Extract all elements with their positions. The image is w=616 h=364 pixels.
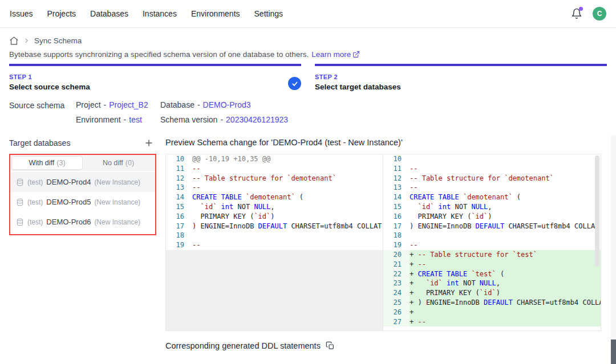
diff-filler xyxy=(166,250,383,330)
project-link[interactable]: Project_B2 xyxy=(109,100,148,109)
step-1[interactable]: STEP 1 Select source schema xyxy=(9,64,301,91)
learn-more-link[interactable]: Learn more xyxy=(311,50,360,59)
line-number: 13 xyxy=(383,183,410,193)
database-link[interactable]: DEMO-Prod3 xyxy=(203,100,251,109)
avatar[interactable]: C xyxy=(593,7,606,21)
code-text: CREATE TABLE `demotenant` ( xyxy=(192,193,383,202)
diff-line: 19-- xyxy=(383,240,601,250)
add-target-database-button[interactable] xyxy=(143,137,155,149)
code-text: + -- Table structure for `test` xyxy=(410,250,601,260)
diff-line: 16 PRIMARY KEY (`id`) xyxy=(166,212,383,222)
preview-title: Preview Schema change for 'DEMO-Prod4 (t… xyxy=(165,136,601,154)
top-nav: IssuesProjectsDatabasesInstancesEnvironm… xyxy=(0,0,616,28)
code-text: -- xyxy=(410,240,601,250)
copy-icon xyxy=(326,341,335,350)
line-number: 25 xyxy=(383,298,410,308)
line-number: 17 xyxy=(383,222,410,231)
breadcrumb-page: Sync Schema xyxy=(34,36,82,45)
line-number: 19 xyxy=(166,240,192,250)
source-schema-fields: Project-Project_B2 Database-DEMO-Prod3 E… xyxy=(76,100,288,124)
tab-with-diff[interactable]: With diff (3) xyxy=(11,156,83,170)
target-db-item[interactable]: (test)DEMO-Prod5(New Instance) xyxy=(10,192,155,212)
field-schema-version-label: Schema version xyxy=(160,115,217,124)
code-text: + ) ENGINE=InnoDB DEFAULT CHARSET=utf8mb… xyxy=(410,298,601,308)
diff-filter-tabs: With diff (3) No diff (0) xyxy=(10,155,155,171)
field-database-label: Database xyxy=(160,100,194,109)
code-text: ) ENGINE=InnoDB DEFAULT CHARSET=utf8mb4 … xyxy=(192,222,383,231)
nav-item-environments[interactable]: Environments xyxy=(191,9,240,18)
line-number: 14 xyxy=(166,193,192,202)
home-icon[interactable] xyxy=(9,36,19,46)
step-2[interactable]: STEP 2 Select target databases xyxy=(315,64,607,91)
step-2-label: STEP 2 xyxy=(315,73,607,80)
code-text xyxy=(410,231,601,240)
tab-no-diff-label: No diff xyxy=(103,159,123,167)
diff-pane-left: 10@@ -10,19 +10,35 @@11--12-- Table stru… xyxy=(166,154,383,330)
schema-version-link[interactable]: 20230426121923 xyxy=(226,115,288,124)
learn-more-label: Learn more xyxy=(311,50,351,59)
ddl-title: Corresponding generated DDL statements xyxy=(165,341,321,350)
line-number: 18 xyxy=(383,231,410,240)
diff-editor-scrollbar[interactable] xyxy=(594,154,601,330)
nav-item-instances[interactable]: Instances xyxy=(143,9,177,18)
db-name: DEMO-Prod4 xyxy=(46,178,91,186)
db-note: (New Instance) xyxy=(94,178,140,186)
code-text: PRIMARY KEY (`id`) xyxy=(410,212,601,222)
diff-line: 16 PRIMARY KEY (`id`) xyxy=(383,212,601,222)
code-text: -- xyxy=(410,183,601,193)
avatar-letter: C xyxy=(597,10,602,18)
diff-line: 10 xyxy=(383,154,601,164)
target-databases-title: Target databases xyxy=(9,138,70,148)
nav-item-settings[interactable]: Settings xyxy=(254,9,283,18)
line-number: 24 xyxy=(383,288,410,298)
line-number: 10 xyxy=(166,154,192,164)
line-number: 12 xyxy=(166,174,192,183)
diff-line: 12-- Table structure for `demotenant` xyxy=(383,174,601,183)
intro: Bytebase supports synchronizing a specif… xyxy=(0,46,616,64)
diff-line: 18 xyxy=(166,231,383,240)
copy-button[interactable] xyxy=(326,341,335,350)
diff-line: 15 `id` int NOT NULL, xyxy=(383,202,601,212)
plus-icon xyxy=(144,138,153,148)
environment-link[interactable]: test xyxy=(129,115,142,124)
tab-no-diff[interactable]: No diff (0) xyxy=(83,156,154,170)
target-databases-highlight-box: With diff (3) No diff (0) (test)DEMO-Pro… xyxy=(9,154,156,235)
diff-line: 12-- Table structure for `demotenant` xyxy=(166,174,383,183)
code-text xyxy=(410,154,601,164)
nav-item-issues[interactable]: Issues xyxy=(10,9,33,18)
db-environment-label: (test) xyxy=(27,178,43,186)
page-scrollbar-thumb[interactable] xyxy=(611,340,616,364)
line-number: 14 xyxy=(383,193,410,202)
tab-with-diff-label: With diff xyxy=(29,159,54,167)
line-number: 12 xyxy=(383,174,410,183)
diff-line: 20+ -- Table structure for `test` xyxy=(383,250,601,260)
target-db-item[interactable]: (test)DEMO-Prod4(New Instance) xyxy=(10,172,155,192)
nav-item-projects[interactable]: Projects xyxy=(47,9,76,18)
code-text: -- xyxy=(192,240,383,250)
code-text: + -- xyxy=(410,260,601,269)
diff-line: 13-- xyxy=(166,183,383,193)
diff-editor[interactable]: 10@@ -10,19 +10,35 @@11--12-- Table stru… xyxy=(165,154,601,331)
code-text: -- xyxy=(192,164,383,174)
target-db-item[interactable]: (test)DEMO-Prod6(New Instance) xyxy=(10,212,155,232)
db-note: (New Instance) xyxy=(94,218,140,226)
db-note: (New Instance) xyxy=(94,198,140,206)
field-schema-version: Schema version-20230426121923 xyxy=(160,115,288,124)
diff-line: 24+ PRIMARY KEY (`id`) xyxy=(383,288,601,298)
step-1-label: STEP 1 xyxy=(9,73,301,80)
diff-editor-scrollbar-thumb[interactable] xyxy=(595,156,599,267)
line-number: 27 xyxy=(383,317,410,327)
diff-pane-right: 1011--12-- Table structure for `demotena… xyxy=(383,154,601,330)
database-instance-icon xyxy=(16,218,24,226)
notifications-button[interactable] xyxy=(571,8,582,19)
db-environment-label: (test) xyxy=(27,218,43,226)
nav-item-databases[interactable]: Databases xyxy=(90,9,128,18)
code-text: ) ENGINE=InnoDB DEFAULT CHARSET=utf8mb4 … xyxy=(410,222,601,231)
step-complete-check xyxy=(288,77,301,90)
breadcrumb: Sync Schema xyxy=(0,28,616,46)
source-schema-section: Source schema Project-Project_B2 Databas… xyxy=(0,91,616,132)
database-instance-icon xyxy=(16,198,24,206)
page-scrollbar[interactable] xyxy=(611,136,616,364)
diff-line: 15 `id` int NOT NULL, xyxy=(166,202,383,212)
field-environment-label: Environment xyxy=(76,115,121,124)
